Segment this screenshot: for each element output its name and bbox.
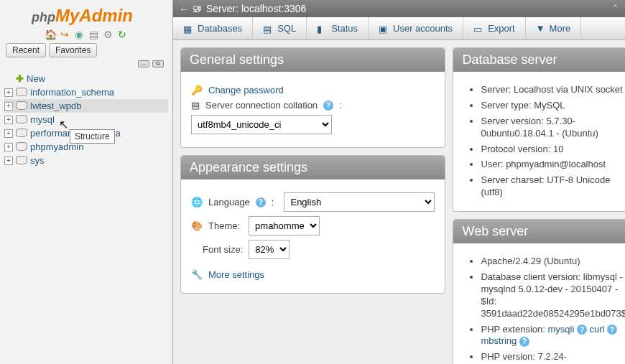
leftarrow-icon[interactable]: ← xyxy=(179,4,188,14)
tab-status[interactable]: ▮Status xyxy=(307,17,369,39)
expand-icon[interactable]: + xyxy=(4,116,13,124)
info-item: Server type: MySQL xyxy=(481,100,625,112)
server-label[interactable]: Server: localhost:3306 xyxy=(206,3,306,14)
recent-button[interactable]: Recent xyxy=(6,43,46,57)
databases-icon: ▦ xyxy=(183,24,193,34)
triangle-down-icon: ▼ xyxy=(536,23,545,34)
ext-link[interactable]: curl xyxy=(590,324,605,335)
help-icon[interactable]: ? xyxy=(607,325,617,335)
theme-icon: 🎨 xyxy=(191,220,203,231)
info-item: Database client version: libmysql - mysq… xyxy=(481,271,625,320)
tab-export[interactable]: ▭Export xyxy=(463,17,526,39)
collation-icon: ▤ xyxy=(191,100,200,111)
change-password-link[interactable]: Change password xyxy=(208,85,284,95)
users-icon: ▣ xyxy=(379,24,389,34)
expand-icon[interactable]: + xyxy=(4,157,13,165)
main-tabs: ▦Databases ▤SQL ▮Status ▣User accounts ▭… xyxy=(173,17,625,40)
link-icon[interactable]: ⧉ xyxy=(152,60,164,67)
appearance-settings-panel: Appearance settings 🌐Language ?: English… xyxy=(180,155,445,294)
help-icon[interactable]: ? xyxy=(323,101,333,111)
reload-icon[interactable]: ↻ xyxy=(116,29,128,40)
language-select[interactable]: English xyxy=(284,192,435,212)
structure-tooltip: Structure xyxy=(70,129,115,144)
phpmyadmin-logo[interactable]: phpMyAdmin xyxy=(32,6,168,26)
collapse-icon[interactable]: — xyxy=(138,60,149,67)
database-icon xyxy=(16,115,27,125)
settings-icon[interactable]: ⚙ xyxy=(102,29,114,40)
info-item: PHP version: 7.2.24- xyxy=(481,351,625,363)
info-item: Server version: 5.7.30-0ubuntu0.18.04.1 … xyxy=(481,116,625,140)
info-item: User: phpmyadmin@localhost xyxy=(481,159,625,171)
key-icon: 🔑 xyxy=(191,85,203,95)
info-item: Apache/2.4.29 (Ubuntu) xyxy=(481,256,625,268)
web-server-panel: Web server Apache/2.4.29 (Ubuntu) Databa… xyxy=(453,219,625,364)
expand-icon[interactable]: + xyxy=(4,129,13,138)
server-breadcrumb: ← 🖳 Server: localhost:3306 ⌃ xyxy=(173,0,625,17)
language-label: Language xyxy=(208,197,250,207)
tree-db[interactable]: +sys xyxy=(4,154,168,167)
expand-icon[interactable]: + xyxy=(4,143,13,151)
help-icon[interactable]: ? xyxy=(256,197,266,207)
fontsize-label: Font size: xyxy=(203,244,243,255)
server-icon: 🖳 xyxy=(193,4,202,14)
tab-users[interactable]: ▣User accounts xyxy=(369,17,463,39)
info-item: Protocol version: 10 xyxy=(481,144,625,156)
database-icon xyxy=(16,142,27,152)
tab-sql[interactable]: ▤SQL xyxy=(253,17,307,39)
docs-icon[interactable]: ◉ xyxy=(73,29,85,40)
tree-db[interactable]: +lwtest_wpdb xyxy=(4,99,168,113)
database-server-panel: Database server Server: Localhost via UN… xyxy=(453,47,625,212)
panel-title: General settings xyxy=(181,48,445,72)
database-tree: ✚New +information_schema +lwtest_wpdb +m… xyxy=(4,72,168,167)
export-icon: ▭ xyxy=(473,24,483,34)
theme-label: Theme: xyxy=(208,220,240,231)
collation-select[interactable]: utf8mb4_unicode_ci xyxy=(191,115,332,134)
favorites-button[interactable]: Favorites xyxy=(49,43,97,57)
database-icon xyxy=(16,101,27,111)
info-item: Server: Localhost via UNIX socket xyxy=(481,84,625,96)
fontsize-select[interactable]: 82% xyxy=(249,240,290,259)
status-icon: ▮ xyxy=(317,24,327,34)
help-icon[interactable]: ? xyxy=(577,325,587,335)
tab-more[interactable]: ▼More xyxy=(526,17,582,39)
panel-title: Database server xyxy=(453,48,625,72)
sql-icon: ▤ xyxy=(263,24,273,34)
collation-label: Server connection collation xyxy=(205,100,318,111)
info-item: PHP extension: mysqli ? curl ? mbstring … xyxy=(481,324,625,348)
info-item: Server charset: UTF-8 Unicode (utf8) xyxy=(481,174,625,199)
help-icon[interactable]: ? xyxy=(519,337,529,347)
panel-title: Web server xyxy=(453,220,625,243)
panel-title: Appearance settings xyxy=(181,156,445,179)
ext-link[interactable]: mysqli xyxy=(547,324,574,335)
language-icon: 🌐 xyxy=(191,197,203,207)
theme-select[interactable]: pmahomme xyxy=(249,216,320,235)
expand-icon[interactable]: + xyxy=(4,88,13,97)
collapse-top-icon[interactable]: ⌃ xyxy=(611,3,619,14)
expand-icon[interactable]: + xyxy=(4,102,13,111)
tree-db[interactable]: +mysql xyxy=(4,113,168,126)
home-icon[interactable]: 🏠 xyxy=(45,29,56,40)
tree-db[interactable]: +information_schema xyxy=(4,85,168,99)
wrench-icon: 🔧 xyxy=(191,269,203,280)
ext-link[interactable]: mbstring xyxy=(481,335,517,346)
new-icon: ✚ xyxy=(16,73,24,84)
sql-icon[interactable]: ▤ xyxy=(88,29,99,40)
database-icon xyxy=(16,156,27,166)
database-icon xyxy=(16,88,27,98)
tab-databases[interactable]: ▦Databases xyxy=(173,17,253,39)
more-settings-link[interactable]: More settings xyxy=(208,269,264,280)
logout-icon[interactable]: ↪ xyxy=(59,29,70,40)
tree-new[interactable]: ✚New xyxy=(4,72,168,85)
database-icon xyxy=(16,129,27,139)
sidebar-icon-row: 🏠 ↪ ◉ ▤ ⚙ ↻ xyxy=(4,29,168,40)
general-settings-panel: General settings 🔑Change password ▤Serve… xyxy=(180,47,445,148)
